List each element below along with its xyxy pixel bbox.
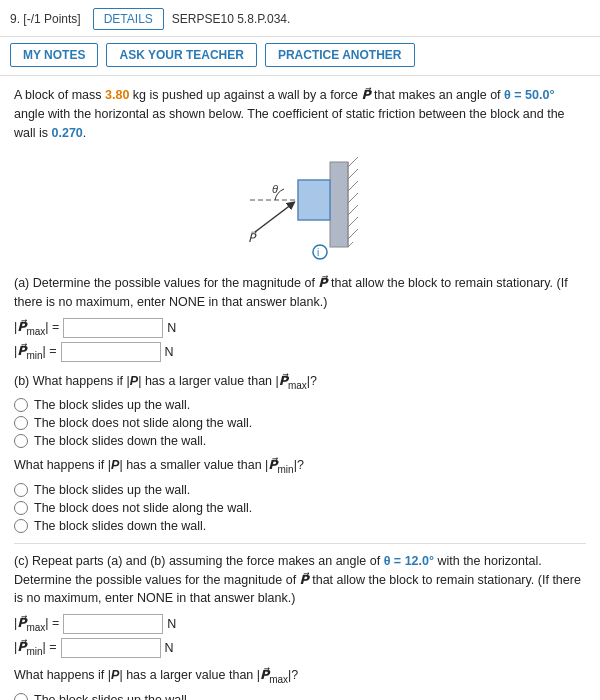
pmax-input[interactable]: [63, 318, 163, 338]
theta-value: θ = 50.0°: [504, 88, 554, 102]
my-notes-button[interactable]: MY NOTES: [10, 43, 98, 67]
part-b-smaller-radio2[interactable]: [14, 501, 28, 515]
svg-line-3: [348, 169, 358, 179]
svg-text:i: i: [317, 247, 319, 258]
part-c-label: (c) Repeat parts (a) and (b) assuming th…: [14, 552, 586, 608]
ask-teacher-button[interactable]: ASK YOUR TEACHER: [106, 43, 256, 67]
svg-line-4: [348, 181, 358, 191]
part-b-smaller-opt1[interactable]: The block slides up the wall.: [14, 483, 586, 497]
diagram-svg: θ P⃗ i: [220, 152, 380, 262]
c-pmin-row: |P⃗min| = N: [14, 638, 586, 658]
problem-statement: A block of mass 3.80 kg is pushed up aga…: [14, 86, 586, 142]
part-b: (b) What happens if |P| has a larger val…: [14, 372, 586, 533]
practice-another-button[interactable]: PRACTICE ANOTHER: [265, 43, 415, 67]
details-button[interactable]: DETAILS: [93, 8, 164, 30]
svg-rect-10: [298, 180, 330, 220]
problem-id: SERPSE10 5.8.P.034.: [172, 12, 291, 26]
c-larger-text1: The block slides up the wall.: [34, 693, 190, 701]
part-b-smaller-text1: The block slides up the wall.: [34, 483, 190, 497]
part-b-larger-text1: The block slides up the wall.: [34, 398, 190, 412]
c-pmax-input[interactable]: [63, 614, 163, 634]
pmax-row: |P⃗max| = N: [14, 318, 586, 338]
c-larger-radio1[interactable]: [14, 693, 28, 701]
pmax-unit: N: [167, 321, 176, 335]
c-larger-opt1[interactable]: The block slides up the wall.: [14, 693, 586, 701]
svg-line-8: [348, 229, 358, 239]
svg-line-13: [255, 204, 292, 232]
part-b-larger-radio3[interactable]: [14, 434, 28, 448]
svg-line-5: [348, 193, 358, 203]
svg-line-7: [348, 217, 358, 227]
pmin-unit: N: [165, 345, 174, 359]
diagram: θ P⃗ i: [14, 152, 586, 262]
part-b-larger-options: The block slides up the wall. The block …: [14, 398, 586, 448]
part-b-larger-opt3[interactable]: The block slides down the wall.: [14, 434, 586, 448]
svg-line-6: [348, 205, 358, 215]
svg-text:θ: θ: [272, 183, 278, 195]
points-label: 9. [-/1 Points]: [10, 12, 81, 26]
part-b-larger-text2: The block does not slide along the wall.: [34, 416, 252, 430]
coeff-value: 0.270: [52, 126, 83, 140]
part-b-larger-opt1[interactable]: The block slides up the wall.: [14, 398, 586, 412]
part-a: (a) Determine the possible values for th…: [14, 274, 586, 362]
part-b-larger-radio1[interactable]: [14, 398, 28, 412]
c-pmin-input[interactable]: [61, 638, 161, 658]
pmin-label: |P⃗min| =: [14, 343, 57, 361]
part-b-larger-text3: The block slides down the wall.: [34, 434, 206, 448]
part-b-smaller-opt2[interactable]: The block does not slide along the wall.: [14, 501, 586, 515]
c-pmin-label: |P⃗min| =: [14, 639, 57, 657]
part-b-larger-label: (b) What happens if |P| has a larger val…: [14, 372, 586, 393]
part-b-smaller-label: What happens if |P| has a smaller value …: [14, 456, 586, 477]
part-b-larger-opt2[interactable]: The block does not slide along the wall.: [14, 416, 586, 430]
c-pmax-row: |P⃗max| = N: [14, 614, 586, 634]
part-c-larger-label: What happens if |P| has a larger value t…: [14, 666, 586, 687]
part-b-smaller-opt3[interactable]: The block slides down the wall.: [14, 519, 586, 533]
svg-rect-0: [330, 162, 348, 247]
part-c: (c) Repeat parts (a) and (b) assuming th…: [14, 552, 586, 700]
theta2-value: θ = 12.0°: [384, 554, 434, 568]
part-b-smaller-radio3[interactable]: [14, 519, 28, 533]
top-bar: 9. [-/1 Points] DETAILS SERPSE10 5.8.P.0…: [0, 0, 600, 37]
part-b-smaller-text2: The block does not slide along the wall.: [34, 501, 252, 515]
p-vec-label: P⃗: [361, 88, 370, 102]
btn-bar: MY NOTES ASK YOUR TEACHER PRACTICE ANOTH…: [0, 37, 600, 76]
c-pmin-unit: N: [165, 641, 174, 655]
part-b-larger-radio2[interactable]: [14, 416, 28, 430]
part-c-larger-options: The block slides up the wall. The block …: [14, 693, 586, 701]
svg-point-15: [313, 245, 327, 259]
pmin-input[interactable]: [61, 342, 161, 362]
part-b-smaller-text3: The block slides down the wall.: [34, 519, 206, 533]
c-pmax-label: |P⃗max| =: [14, 615, 59, 633]
svg-line-9: [348, 242, 353, 247]
mass-value: 3.80: [105, 88, 129, 102]
divider: [14, 543, 586, 544]
part-b-smaller-options: The block slides up the wall. The block …: [14, 483, 586, 533]
part-b-smaller-radio1[interactable]: [14, 483, 28, 497]
part-a-label: (a) Determine the possible values for th…: [14, 274, 586, 312]
pmin-row: |P⃗min| = N: [14, 342, 586, 362]
content: A block of mass 3.80 kg is pushed up aga…: [0, 76, 600, 700]
c-pmax-unit: N: [167, 617, 176, 631]
svg-line-2: [348, 157, 358, 167]
pmax-label: |P⃗max| =: [14, 319, 59, 337]
